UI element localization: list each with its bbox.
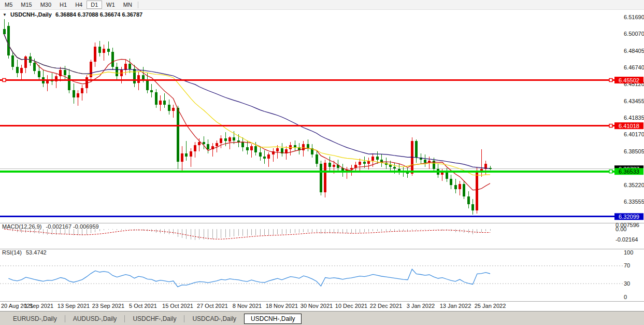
candlesticks (3, 19, 492, 215)
timeframe-button-d1[interactable]: D1 (87, 1, 102, 9)
collapse-arrow-icon[interactable]: ▼ (3, 12, 7, 17)
price-axis-marker: 6.41018 (614, 122, 643, 129)
chart-title: ▼ USDCNH-,Daily 6.36884 6.37088 6.36674 … (3, 11, 142, 18)
date-axis-label: 18 Nov 2021 (266, 303, 298, 309)
date-axis-label: 22 Dec 2021 (370, 303, 402, 309)
price-axis-label: 6.43455 (624, 98, 644, 104)
tab-usdchf-daily[interactable]: USDCHF-,Daily (125, 314, 184, 324)
price-axis-label: 6.51690 (624, 14, 644, 20)
timeframe-button-h1[interactable]: H1 (55, 1, 71, 9)
ohlc-quote-label: 6.36884 6.37088 6.36674 6.36787 (55, 11, 142, 18)
symbol-period-label: USDCNH-,Daily (10, 11, 52, 18)
macd-values: -0.002167 -0.006959 (46, 223, 98, 230)
timeframe-button-m30[interactable]: M30 (36, 1, 55, 9)
price-axis-marker: 6.36533 (614, 168, 643, 175)
date-axis[interactable]: 20 Aug 20211 Sep 202113 Sep 202123 Sep 2… (1, 303, 506, 309)
rsi-axis-label: 100 (624, 249, 633, 256)
price-axis-label: 6.40170 (624, 131, 644, 137)
symbol-tab-bar: EURUSD-,DailyAUDUSD-,DailyUSDCHF-,DailyU… (0, 311, 644, 325)
macd-axis-label: 0.00 (616, 226, 626, 232)
date-axis-label: 23 Sep 2021 (92, 303, 124, 309)
date-axis-label: 30 Nov 2021 (300, 303, 333, 309)
tab-usdcnh-daily[interactable]: USDCNH-,Daily (244, 314, 302, 324)
timeframe-button-m5[interactable]: M5 (1, 1, 17, 9)
price-axis-marker: 6.32099 (614, 213, 643, 220)
tab-usdcad-daily[interactable]: USDCAD-,Daily (184, 314, 244, 324)
rsi-value: 53.4742 (26, 249, 47, 256)
rsi-pane (0, 266, 623, 287)
pane-dividers (0, 223, 644, 302)
price-axis-label: 6.41835 (624, 115, 644, 121)
date-axis-label: 5 Oct 2021 (129, 303, 157, 309)
macd-axis-label: -0.02164 (616, 236, 638, 243)
rsi-axis-label: 0 (624, 294, 627, 300)
price-axis-label: 6.50070 (624, 31, 644, 37)
mt4-trading-terminal: M5M15M30H1H4D1W1MN 6.516906.500706.48405… (0, 0, 644, 325)
price-axis[interactable]: 6.516906.500706.484056.467406.451206.434… (616, 14, 644, 300)
svg-text:6.41018: 6.41018 (619, 123, 639, 129)
rsi-axis-label: 70 (624, 262, 630, 269)
date-axis-label: 1 Sep 2021 (24, 303, 53, 309)
rsi-indicator-label: RSI(14) 53.4742 (2, 249, 49, 256)
rsi-axis-label: 30 (624, 280, 630, 287)
date-axis-label: 13 Sep 2021 (58, 303, 90, 309)
price-axis-label: 6.46740 (624, 64, 644, 70)
macd-pane (4, 229, 490, 240)
timeframe-button-mn[interactable]: MN (119, 1, 136, 9)
price-axis-label: 6.35220 (624, 182, 644, 188)
price-axis-marker: 6.45502 (614, 77, 643, 83)
tab-eurusd-daily[interactable]: EURUSD-,Daily (5, 314, 65, 324)
svg-text:6.32099: 6.32099 (619, 214, 639, 220)
price-axis-label: 6.33555 (624, 199, 644, 205)
macd-name: MACD(12,26,9) (2, 223, 41, 230)
date-axis-label: 10 Dec 2021 (335, 303, 367, 309)
chart-canvas[interactable]: 6.516906.500706.484056.467406.451206.434… (0, 0, 644, 311)
toolbar-separator (138, 2, 138, 8)
date-axis-label: 13 Jan 2022 (440, 303, 471, 309)
rsi-name: RSI(14) (2, 249, 22, 256)
date-axis-label: 27 Oct 2021 (197, 303, 228, 309)
timeframe-button-w1[interactable]: W1 (102, 1, 119, 9)
timeframe-button-m15[interactable]: M15 (17, 1, 36, 9)
date-axis-label: 25 Jan 2022 (475, 303, 506, 309)
svg-text:6.36533: 6.36533 (619, 168, 639, 175)
date-axis-label: 8 Nov 2021 (233, 303, 262, 309)
timeframe-toolbar: M5M15M30H1H4D1W1MN (0, 0, 644, 10)
moving-average-lines (4, 34, 490, 190)
price-axis-label: 6.48405 (624, 48, 644, 54)
price-axis-label: 6.38505 (624, 148, 644, 154)
svg-text:6.45502: 6.45502 (619, 77, 639, 83)
macd-indicator-label: MACD(12,26,9) -0.002167 -0.006959 (2, 223, 102, 230)
tab-audusd-daily[interactable]: AUDUSD-,Daily (65, 314, 125, 324)
date-axis-label: 3 Jan 2022 (407, 303, 435, 309)
timeframe-button-h4[interactable]: H4 (71, 1, 87, 9)
date-axis-label: 15 Oct 2021 (162, 303, 193, 309)
